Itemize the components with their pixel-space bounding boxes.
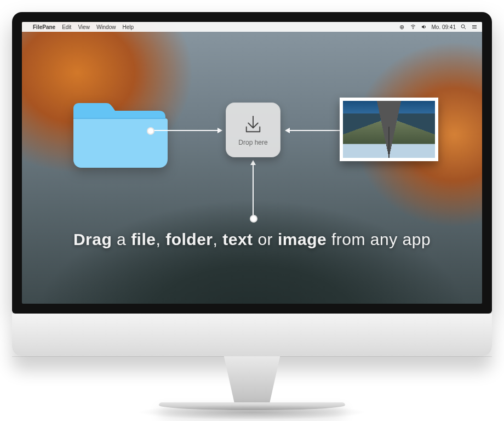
tagline: Drag a file, folder, text or image from … — [22, 230, 482, 249]
tagline-word-or: or — [257, 230, 273, 248]
download-tray-icon — [242, 113, 265, 136]
tagline-word-drag: Drag — [73, 230, 112, 248]
desktop-screen: FilePane Edit View Window Help ⊕ Mo. 09:… — [22, 22, 482, 304]
tagline-comma-1: , — [156, 230, 161, 248]
imac-stand-neck — [208, 356, 296, 403]
tagline-tail: from any app — [331, 230, 431, 248]
dropzone[interactable]: Drop here — [226, 103, 280, 157]
imac-chin — [12, 314, 492, 356]
tagline-word-text: text — [222, 230, 253, 248]
imac-frame: FilePane Edit View Window Help ⊕ Mo. 09:… — [12, 12, 492, 410]
tagline-word-a: a — [117, 230, 126, 248]
image-thumbnail[interactable] — [340, 98, 438, 161]
tagline-comma-2: , — [213, 230, 218, 248]
tagline-word-folder: folder — [165, 230, 213, 248]
imac-stand-foot — [159, 402, 345, 410]
arrow-text-to-drop-icon — [253, 164, 254, 219]
screen-bezel: FilePane Edit View Window Help ⊕ Mo. 09:… — [12, 12, 492, 314]
arrow-folder-to-drop-icon — [150, 130, 218, 131]
tagline-word-image: image — [278, 230, 327, 248]
image-thumbnail-art — [343, 101, 435, 158]
dropzone-label: Drop here — [238, 139, 267, 146]
tagline-word-file: file — [131, 230, 156, 248]
